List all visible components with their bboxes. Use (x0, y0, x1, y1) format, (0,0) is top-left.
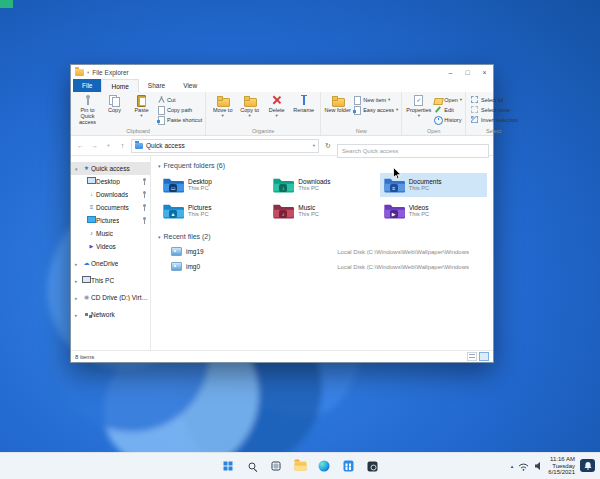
folder-tile-music[interactable]: ♪ Music This PC (269, 199, 376, 223)
invert-selection-icon (471, 116, 478, 123)
cut-button[interactable]: Cut (157, 96, 202, 104)
ribbon-group-open: Properties ▾ Open ▾ Edit (402, 92, 466, 135)
folder-name: Documents (409, 178, 442, 186)
sidebar-item-network[interactable]: ▸ Network (71, 308, 150, 321)
maximize-button[interactable]: □ (459, 65, 476, 79)
image-file-icon (171, 247, 182, 256)
chevron-right-icon[interactable]: ▸ (75, 312, 82, 318)
pin-to-quick-access-button[interactable]: Pin to Quick access (74, 94, 101, 126)
chevron-down-icon (158, 162, 161, 169)
new-folder-button[interactable]: New folder (324, 94, 351, 126)
volume-icon[interactable] (534, 461, 543, 471)
up-button[interactable]: ↑ (117, 139, 128, 152)
sidebar-item-label: Music (96, 230, 113, 237)
refresh-button[interactable]: ↻ (322, 139, 334, 152)
folder-tile-desktop[interactable]: ▭ Desktop This PC (159, 173, 266, 197)
file-row-img19[interactable]: img19 Local Disk (C:\Windows\Web\Wallpap… (157, 244, 487, 259)
sidebar-item-quick-access[interactable]: ▾ Quick access (71, 162, 150, 175)
open-label: Open (444, 97, 457, 103)
close-button[interactable]: × (476, 65, 493, 79)
chevron-down-icon (158, 233, 161, 240)
sidebar-item-videos[interactable]: Videos (71, 240, 150, 253)
settings-button[interactable] (364, 458, 381, 475)
copy-to-button[interactable]: Copy to ▾ (236, 94, 263, 126)
sidebar-item-this-pc[interactable]: ▸ This PC (71, 274, 150, 287)
chevron-right-icon[interactable]: ▸ (75, 278, 82, 284)
large-icons-view-button[interactable] (479, 352, 489, 361)
address-box[interactable]: Quick access ▾ (131, 139, 319, 153)
sidebar-item-cd-drive[interactable]: ▸ CD Drive (D:) Virtual (71, 291, 150, 304)
notification-button[interactable] (580, 460, 595, 473)
delete-button[interactable]: Delete ▾ (263, 94, 290, 126)
chevron-down-icon[interactable]: ▾ (87, 70, 89, 75)
open-button[interactable]: Open ▾ (434, 96, 462, 104)
copy-path-label: Copy path (167, 107, 192, 113)
folder-tile-videos[interactable]: ▶ Videos This PC (380, 199, 487, 223)
recent-locations-button[interactable]: ▾ (103, 139, 114, 152)
documents-icon (87, 203, 96, 212)
select-all-label: Select all (481, 97, 503, 103)
edge-button[interactable] (316, 458, 333, 475)
taskbar-clock[interactable]: 11:16 AM Tuesday 6/15/2021 (548, 456, 575, 476)
paste-button[interactable]: Paste ▾ (128, 94, 155, 126)
details-view-button[interactable] (467, 352, 477, 361)
chevron-right-icon[interactable]: ▸ (75, 295, 82, 301)
downloads-folder-icon: ↓ (272, 176, 294, 194)
store-button[interactable] (340, 458, 357, 475)
chevron-right-icon[interactable]: ▸ (75, 261, 82, 267)
copy-button[interactable]: Copy (101, 94, 128, 126)
folder-tile-downloads[interactable]: ↓ Downloads This PC (269, 173, 376, 197)
invert-selection-button[interactable]: Invert selection (471, 116, 518, 124)
tab-file[interactable]: File (73, 79, 101, 92)
chevron-down-icon: ▾ (222, 114, 224, 119)
navigation-pane: ▾ Quick access Desktop Downloads Documen (71, 156, 151, 350)
file-explorer-button[interactable] (292, 458, 309, 475)
select-none-button[interactable]: Select none (471, 106, 518, 114)
onedrive-icon (82, 259, 91, 268)
rename-button[interactable]: Rename (290, 94, 317, 126)
explorer-icon (75, 69, 84, 76)
edit-button[interactable]: Edit (434, 106, 462, 114)
hidden-icons-button[interactable]: ▴ (511, 463, 514, 469)
back-button[interactable]: ← (75, 139, 86, 152)
new-item-button[interactable]: New item ▾ (353, 96, 398, 104)
chevron-down-icon[interactable]: ▾ (75, 166, 82, 172)
sidebar-item-pictures[interactable]: Pictures (71, 214, 150, 227)
tab-share[interactable]: Share (139, 79, 174, 92)
section-frequent-folders[interactable]: Frequent folders (6) (158, 162, 487, 169)
task-view-button[interactable] (268, 458, 285, 475)
chevron-down-icon[interactable]: ▾ (313, 143, 315, 148)
file-name: img19 (186, 248, 204, 255)
folder-tile-pictures[interactable]: ▲ Pictures This PC (159, 199, 266, 223)
properties-icon (413, 95, 424, 106)
wifi-icon[interactable] (518, 461, 529, 471)
forward-button[interactable]: → (89, 139, 100, 152)
sidebar-item-music[interactable]: Music (71, 227, 150, 240)
titlebar[interactable]: ▾ File Explorer – □ × (71, 65, 493, 79)
tab-home[interactable]: Home (101, 79, 138, 92)
sidebar-item-label: OneDrive (91, 260, 118, 267)
move-to-button[interactable]: Move to ▾ (209, 94, 236, 126)
tab-view[interactable]: View (174, 79, 206, 92)
sidebar-item-onedrive[interactable]: ▸ OneDrive (71, 257, 150, 270)
search-button[interactable] (244, 458, 261, 475)
quick-access-icon (135, 143, 143, 149)
select-all-button[interactable]: Select all (471, 96, 518, 104)
properties-button[interactable]: Properties ▾ (405, 94, 432, 126)
easy-access-button[interactable]: Easy access ▾ (353, 106, 398, 114)
system-tray: ▴ 11:16 AM Tuesday 6/15/2021 (511, 456, 595, 476)
paste-icon (136, 95, 147, 106)
sidebar-item-documents[interactable]: Documents (71, 201, 150, 214)
history-button[interactable]: History (434, 116, 462, 124)
minimize-button[interactable]: – (442, 65, 459, 79)
start-button[interactable] (220, 458, 237, 475)
copy-path-button[interactable]: Copy path (157, 106, 202, 114)
section-recent-files[interactable]: Recent files (2) (158, 233, 487, 240)
sidebar-item-downloads[interactable]: Downloads (71, 188, 150, 201)
chevron-down-icon: ▾ (140, 114, 142, 119)
sidebar-item-desktop[interactable]: Desktop (71, 175, 150, 188)
file-row-img0[interactable]: img0 Local Disk (C:\Windows\Web\Wallpape… (157, 259, 487, 274)
file-explorer-window: ▾ File Explorer – □ × File Home Share Vi… (70, 64, 494, 363)
paste-shortcut-button[interactable]: Paste shortcut (157, 116, 202, 124)
pictures-emblem-icon: ▲ (169, 210, 177, 218)
